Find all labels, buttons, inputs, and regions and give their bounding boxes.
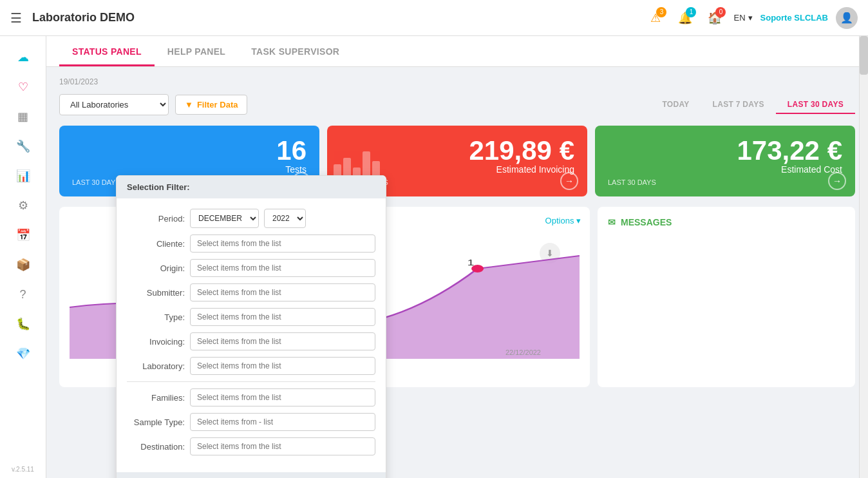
- cost-period: LAST 30 DAYS: [608, 178, 842, 186]
- home-icon-btn[interactable]: 🏠 0: [704, 7, 726, 29]
- filter-period-row: Period: DECEMBER 2022: [127, 209, 375, 228]
- cliente-input[interactable]: [190, 234, 375, 253]
- origin-input[interactable]: [190, 259, 375, 277]
- tab-status-panel[interactable]: STATUS PANEL: [59, 36, 155, 66]
- laboratories-select[interactable]: All Laboratories: [59, 94, 169, 115]
- sidebar-item-help[interactable]: ?: [8, 281, 39, 308]
- laboratory-input[interactable]: [190, 357, 375, 375]
- cost-arrow-btn[interactable]: →: [828, 172, 846, 190]
- period-label: Period:: [127, 214, 185, 224]
- sidebar-item-diamond[interactable]: 💎: [8, 340, 39, 367]
- filter-body: Period: DECEMBER 2022 Cliente: Origin:: [117, 198, 386, 472]
- tests-label: Tests: [72, 164, 307, 175]
- filter-cliente-row: Cliente:: [127, 234, 375, 253]
- filter-laboratory-row: Laboratory:: [127, 357, 375, 375]
- tests-value: 16: [72, 137, 307, 164]
- sidebar: ☁ ♡ ▦ 🔧 📊 ⚙ 📅 📦 ? 🐛 💎 v.2.5.11: [0, 36, 46, 478]
- envelope-icon: ✉: [608, 217, 616, 227]
- sidebar-item-calendar[interactable]: 📅: [8, 222, 39, 249]
- filter-divider: [127, 381, 375, 382]
- filter-data-btn[interactable]: ▼ Filter Data: [175, 95, 247, 115]
- filter-destination-row: Destination:: [127, 437, 375, 455]
- lang-selector[interactable]: EN ▾: [733, 13, 752, 23]
- filter-footer: 🗑 Delete Filters ▼ Apply Filter: [117, 472, 386, 478]
- laboratory-label: Laboratory:: [127, 361, 185, 371]
- tab-task-supervisor[interactable]: TASK SUPERVISOR: [238, 36, 352, 66]
- cost-label: Estimated Cost: [608, 164, 842, 175]
- sampletype-label: Sample Type:: [127, 417, 185, 427]
- messages-panel: ✉ MESSAGES: [598, 207, 855, 387]
- sidebar-item-grid[interactable]: ▦: [8, 103, 39, 130]
- chart-date-label: 22/12/2022: [505, 349, 541, 356]
- filter-invoicing-row: Invoicing:: [127, 332, 375, 350]
- dot-value-label: 1: [467, 258, 475, 267]
- destination-input[interactable]: [190, 437, 375, 455]
- user-label[interactable]: Soporte SLCLAB: [760, 13, 828, 23]
- alert-badge: 3: [656, 7, 666, 17]
- period-tabs: TODAY LAST 7 DAYS LAST 30 DAYS: [650, 96, 855, 114]
- navbar: ☰ Laboratorio DEMO ⚠ 3 🔔 1 🏠 0 EN ▾ Sopo…: [0, 0, 868, 36]
- families-label: Families:: [127, 393, 185, 403]
- scrollbar-thumb[interactable]: [860, 36, 868, 75]
- period-today[interactable]: TODAY: [650, 96, 701, 114]
- selection-filter-popup: Selection Filter: Period: DECEMBER 2022 …: [116, 175, 386, 478]
- sampletype-input[interactable]: [190, 413, 375, 431]
- sidebar-item-settings[interactable]: ⚙: [8, 192, 39, 219]
- invoicing-input[interactable]: [190, 332, 375, 350]
- origin-label: Origin:: [127, 263, 185, 273]
- chart-options-btn[interactable]: Options ▾: [545, 216, 581, 225]
- families-input[interactable]: [190, 388, 375, 406]
- filter-header: Selection Filter:: [117, 176, 386, 198]
- type-label: Type:: [127, 312, 185, 322]
- month-select[interactable]: DECEMBER: [190, 209, 259, 228]
- filter-type-row: Type:: [127, 308, 375, 326]
- avatar[interactable]: 👤: [836, 7, 858, 29]
- main-content: STATUS PANEL HELP PANEL TASK SUPERVISOR …: [46, 36, 868, 478]
- submitter-label: Submitter:: [127, 288, 185, 298]
- filter-sampletype-row: Sample Type:: [127, 413, 375, 431]
- alert-icon-btn[interactable]: ⚠ 3: [645, 7, 666, 29]
- invoicing-mini-chart: [334, 151, 380, 177]
- sidebar-item-bug[interactable]: 🐛: [8, 311, 39, 338]
- sidebar-item-box[interactable]: 📦: [8, 251, 39, 278]
- period-7days[interactable]: LAST 7 DAYS: [701, 96, 776, 114]
- filter-icon: ▼: [185, 100, 193, 110]
- bell-badge: 1: [686, 7, 696, 17]
- chevron-down-icon: ▾: [748, 13, 753, 23]
- filter-submitter-row: Submitter:: [127, 283, 375, 301]
- destination-label: Destination:: [127, 442, 185, 452]
- app-title: Laboratorio DEMO: [32, 11, 645, 24]
- tab-help-panel[interactable]: HELP PANEL: [155, 36, 238, 66]
- sidebar-item-chart[interactable]: 📊: [8, 162, 39, 189]
- home-badge: 0: [715, 7, 726, 17]
- filter-families-row: Families:: [127, 388, 375, 406]
- sidebar-item-cloud[interactable]: ☁: [8, 44, 39, 71]
- tabs-bar: STATUS PANEL HELP PANEL TASK SUPERVISOR: [46, 36, 868, 67]
- stat-card-cost: 173,22 € Estimated Cost LAST 30 DAYS →: [595, 126, 855, 196]
- date-label: 19/01/2023: [59, 77, 855, 86]
- sidebar-item-heart[interactable]: ♡: [8, 73, 39, 100]
- invoicing-arrow-btn[interactable]: →: [560, 172, 578, 190]
- scrollbar[interactable]: [859, 36, 868, 478]
- invoicing-field-label: Invoicing:: [127, 337, 185, 347]
- messages-title: ✉ MESSAGES: [608, 217, 845, 227]
- version-label: v.2.5.11: [12, 466, 34, 473]
- period-30days[interactable]: LAST 30 DAYS: [776, 96, 855, 114]
- filter-origin-row: Origin:: [127, 259, 375, 277]
- content-area: 19/01/2023 All Laboratories ▼ Filter Dat…: [46, 67, 868, 397]
- sidebar-item-tools[interactable]: 🔧: [8, 133, 39, 160]
- bell-icon-btn[interactable]: 🔔 1: [674, 7, 696, 29]
- navbar-icons: ⚠ 3 🔔 1 🏠 0 EN ▾ Soporte SLCLAB 👤: [645, 7, 858, 29]
- hamburger-icon[interactable]: ☰: [10, 10, 22, 26]
- submitter-input[interactable]: [190, 283, 375, 301]
- cliente-label: Cliente:: [127, 239, 185, 249]
- type-input[interactable]: [190, 308, 375, 326]
- year-select[interactable]: 2022: [264, 209, 306, 228]
- cost-value: 173,22 €: [608, 137, 842, 164]
